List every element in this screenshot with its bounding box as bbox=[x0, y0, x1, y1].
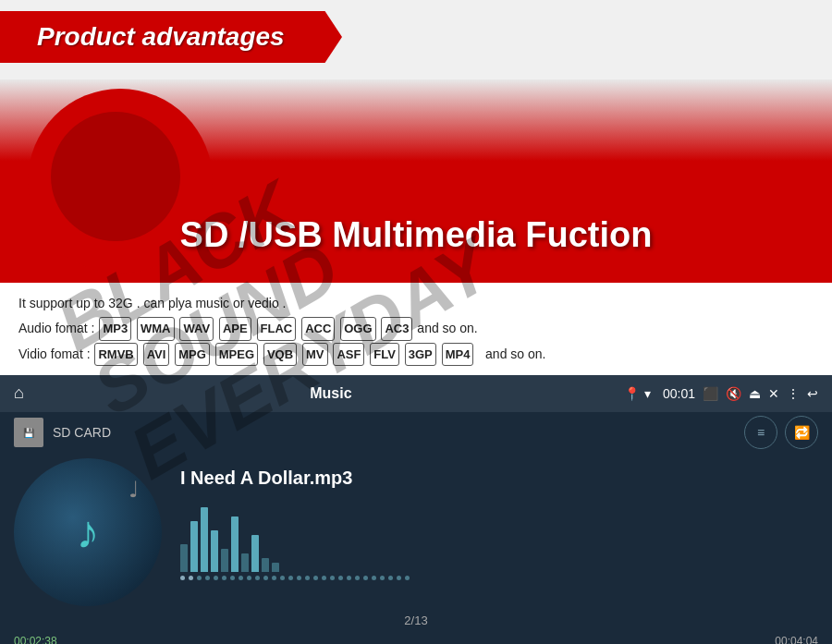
format-mp4: MP4 bbox=[442, 343, 474, 366]
eq-dot bbox=[230, 576, 235, 580]
camera-icon: ⬛ bbox=[703, 386, 718, 401]
audio-formats-line: Audio fomat : MP3 WMA WAV APE FLAC ACC O… bbox=[18, 317, 814, 340]
video-suffix: and so on. bbox=[478, 346, 545, 361]
eq-bar bbox=[231, 516, 239, 572]
eq-dot bbox=[397, 576, 401, 580]
player-status-bar: ⌂ Music 📍 ▾ 00:01 ⬛ 🔇 ⏏ ✕ ⋮ ↩ bbox=[0, 375, 832, 412]
video-formats-line: Vidio fomat : RMVB AVI MPG MPEG VQB MV A… bbox=[18, 343, 814, 366]
eq-bar bbox=[262, 558, 269, 572]
feature-title: SD /USB Multimedia Fuction bbox=[0, 215, 832, 255]
eq-dot bbox=[180, 576, 185, 580]
eq-dot bbox=[380, 576, 385, 580]
eq-dot bbox=[363, 576, 368, 580]
support-text: It support up to 32G . can plya music or… bbox=[18, 292, 814, 315]
eq-dot bbox=[322, 576, 326, 580]
volume-icon: 🔇 bbox=[726, 386, 741, 401]
eq-dot bbox=[313, 576, 318, 580]
status-icons: ⬛ 🔇 ⏏ ✕ ⋮ ↩ bbox=[703, 386, 818, 401]
format-mpg: MPG bbox=[175, 343, 210, 366]
back-icon[interactable]: ↩ bbox=[807, 386, 818, 401]
audio-label: Audio fomat : bbox=[18, 321, 95, 335]
eq-dot bbox=[247, 576, 251, 580]
player-time: 00:01 bbox=[663, 386, 695, 401]
song-title: I Need A Dollar.mp3 bbox=[180, 468, 818, 489]
signal-icon: ▾ bbox=[644, 386, 651, 401]
home-icon[interactable]: ⌂ bbox=[14, 383, 24, 403]
song-info: I Need A Dollar.mp3 bbox=[162, 458, 818, 580]
page-title: Product advantages bbox=[37, 22, 285, 52]
format-wma: WMA bbox=[137, 317, 175, 340]
hero-image: SD /USB Multimedia Fuction bbox=[0, 79, 832, 283]
eq-dot bbox=[288, 576, 293, 580]
music-player: ⌂ Music 📍 ▾ 00:01 ⬛ 🔇 ⏏ ✕ ⋮ ↩ 💾 SD CARD … bbox=[0, 375, 832, 644]
header-banner: Product advantages bbox=[0, 0, 832, 79]
format-avi: AVI bbox=[143, 343, 170, 366]
format-mp3: MP3 bbox=[99, 317, 131, 340]
eq-bar bbox=[180, 544, 188, 572]
format-mv: MV bbox=[302, 343, 328, 366]
format-flv: FLV bbox=[370, 343, 399, 366]
eq-dot bbox=[214, 576, 218, 580]
eq-dots bbox=[180, 576, 818, 580]
eq-dot bbox=[338, 576, 343, 580]
small-note-icon: ♩ bbox=[128, 477, 139, 503]
location-icon: 📍 bbox=[624, 386, 640, 401]
player-view-options: ≡ 🔁 bbox=[744, 416, 818, 449]
equalizer-visualization bbox=[180, 498, 818, 572]
format-wav: WAV bbox=[179, 317, 214, 340]
format-flac: FLAC bbox=[257, 317, 297, 340]
eq-dot bbox=[239, 576, 243, 580]
feature-info: It support up to 32G . can plya music or… bbox=[0, 283, 832, 375]
current-time: 00:02:38 bbox=[14, 635, 57, 644]
source-bar: 💾 SD CARD ≡ 🔁 bbox=[0, 412, 832, 454]
menu-icon[interactable]: ⋮ bbox=[787, 386, 800, 401]
close-icon: ✕ bbox=[768, 386, 779, 401]
sd-card-icon: 💾 bbox=[14, 418, 43, 447]
eq-dot bbox=[372, 576, 376, 580]
format-ogg: OGG bbox=[340, 317, 375, 340]
song-section: ♪ ♩ I Need A Dollar.mp3 bbox=[0, 454, 832, 611]
eq-dot bbox=[197, 576, 202, 580]
format-3gp: 3GP bbox=[405, 343, 436, 366]
eq-dot bbox=[355, 576, 360, 580]
eq-dot bbox=[272, 576, 276, 580]
progress-section: 00:02:38 00:04:04 bbox=[0, 630, 832, 644]
eq-dot bbox=[263, 576, 268, 580]
repeat-button[interactable]: 🔁 bbox=[785, 416, 818, 449]
album-art: ♪ ♩ bbox=[14, 458, 162, 606]
list-view-button[interactable]: ≡ bbox=[744, 416, 777, 449]
video-label: Vidio fomat : bbox=[18, 346, 91, 361]
feature-section: SD /USB Multimedia Fuction It support up… bbox=[0, 79, 832, 644]
format-vqb: VQB bbox=[263, 343, 297, 366]
audio-suffix: and so on. bbox=[417, 321, 477, 335]
eq-dot bbox=[297, 576, 301, 580]
format-asf: ASF bbox=[333, 343, 364, 366]
eq-bar bbox=[201, 507, 208, 572]
eq-dot bbox=[330, 576, 335, 580]
format-ape: APE bbox=[219, 317, 251, 340]
track-counter: 2/13 bbox=[0, 611, 832, 630]
eq-dot bbox=[255, 576, 260, 580]
format-ac3: AC3 bbox=[381, 317, 412, 340]
eq-bar bbox=[190, 521, 198, 572]
eq-bar bbox=[272, 563, 279, 572]
eq-dot bbox=[347, 576, 351, 580]
header-red-bar: Product advantages bbox=[0, 11, 342, 63]
eq-dot bbox=[189, 576, 193, 580]
source-label: SD CARD bbox=[53, 425, 744, 440]
eq-bar bbox=[241, 553, 249, 572]
end-time: 00:04:04 bbox=[775, 635, 818, 644]
eq-dot bbox=[405, 576, 410, 580]
music-note-icon: ♪ bbox=[77, 505, 100, 559]
eq-dot bbox=[305, 576, 310, 580]
eq-bar bbox=[221, 549, 228, 572]
eq-dot bbox=[280, 576, 285, 580]
progress-times: 00:02:38 00:04:04 bbox=[14, 635, 818, 644]
format-rmvb: RMVB bbox=[94, 343, 137, 366]
eq-bar bbox=[211, 530, 218, 572]
format-mpeg: MPEG bbox=[215, 343, 258, 366]
eq-dot bbox=[388, 576, 393, 580]
eject-icon: ⏏ bbox=[749, 386, 761, 401]
eq-dot bbox=[205, 576, 210, 580]
eq-bar bbox=[251, 535, 259, 572]
